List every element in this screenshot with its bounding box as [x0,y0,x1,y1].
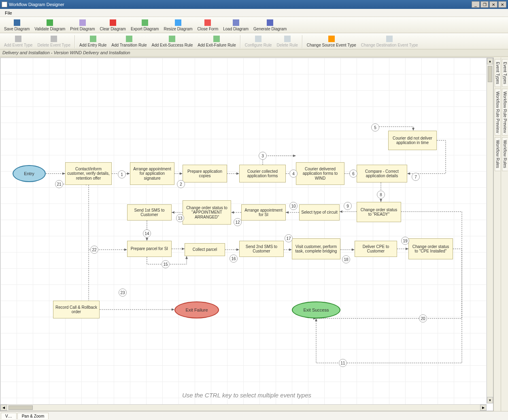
separator [74,35,75,48]
clear-icon [110,19,116,26]
check-icon [47,19,53,26]
clear-label: Clear Diagram [100,27,125,31]
print-diagram-button[interactable]: Print Diagram [68,19,97,32]
rule-icon [169,36,175,42]
app-icon [2,2,7,7]
generate-label: Generate Diagram [253,27,287,31]
export-diagram-button[interactable]: Export Diagram [128,19,161,32]
rule-icon [213,36,220,42]
export-icon [142,19,148,26]
rule-icon [126,36,132,42]
delete-rule-icon [284,36,291,42]
load-diagram-button[interactable]: Load Diagram [221,19,251,32]
separator [302,35,303,48]
toolbar-rules: Add Event Type Delete Event Type Add Ent… [0,33,508,49]
change-source-event-button[interactable]: Change Source Event Type [304,35,359,48]
validate-diagram-button[interactable]: Validate Diagram [32,19,68,32]
title-bar: Workflow Diagram Designer _ ❐ ✕ ✕ [0,0,508,9]
delete-event-label: Delete Event Type [37,43,70,47]
delete-event-type-button: Delete Event Type [35,35,73,48]
configure-rule-button: Configure Rule [242,35,274,48]
add-transition-label: Add Transition Rule [111,43,147,47]
minimize-button[interactable]: _ [472,1,480,8]
separator [240,35,241,48]
add-exit-failure-rule-button[interactable]: Add Exit-Failure Rule [195,35,238,48]
configure-label: Configure Rule [245,43,272,47]
add-entry-rule-button[interactable]: Add Entry Rule [77,35,109,48]
close-icon [204,19,211,26]
outer-close-button[interactable]: ✕ [498,1,506,8]
add-event-label: Add Event Type [4,43,32,47]
add-exit-failure-label: Add Exit-Failure Rule [198,43,236,47]
change-source-label: Change Source Event Type [307,43,356,47]
validate-label: Validate Diagram [34,27,65,31]
close-window-button[interactable]: ✕ [489,1,497,8]
generate-icon [267,19,273,26]
configure-icon [255,36,261,42]
delete-rule-label: Delete Rule [276,43,298,47]
resize-icon [175,19,181,26]
window-title: Workflow Diagram Designer [9,2,64,7]
add-event-type-button: Add Event Type [2,35,35,48]
load-label: Load Diagram [223,27,249,31]
generate-diagram-button[interactable]: Generate Diagram [251,19,289,32]
change-dest-event-button: Change Destination Event Type [359,35,420,48]
print-label: Print Diagram [70,27,95,31]
add-exit-success-rule-button[interactable]: Add Exit-Success Rule [149,35,196,48]
change-dest-icon [386,36,393,42]
menu-bar: File [0,9,508,17]
clear-diagram-button[interactable]: Clear Diagram [97,19,128,32]
diagram-title-strip: Delivery and Installation - Version WIND… [0,49,508,57]
save-label: Save Diagram [4,27,30,31]
add-event-icon [15,36,21,42]
resize-label: Resize Diagram [164,27,192,31]
print-icon [79,19,86,26]
close-form-button[interactable]: Close Form [195,19,221,32]
toolbar-main: Save Diagram Validate Diagram Print Diag… [0,17,508,33]
save-diagram-button[interactable]: Save Diagram [2,19,32,32]
add-entry-label: Add Entry Rule [79,43,106,47]
delete-rule-button: Delete Rule [274,35,300,48]
save-icon [14,19,20,26]
delete-event-icon [51,36,57,42]
resize-diagram-button[interactable]: Resize Diagram [161,19,195,32]
change-icon [328,36,335,42]
menu-file[interactable]: File [2,10,15,16]
close-label: Close Form [198,27,219,31]
change-dest-label: Change Destination Event Type [361,43,418,47]
rule-icon [90,36,96,42]
load-icon [233,19,239,26]
add-transition-rule-button[interactable]: Add Transition Rule [109,35,149,48]
restore-button[interactable]: ❐ [480,1,489,8]
export-label: Export Diagram [131,27,159,31]
add-exit-success-label: Add Exit-Success Rule [152,43,193,47]
